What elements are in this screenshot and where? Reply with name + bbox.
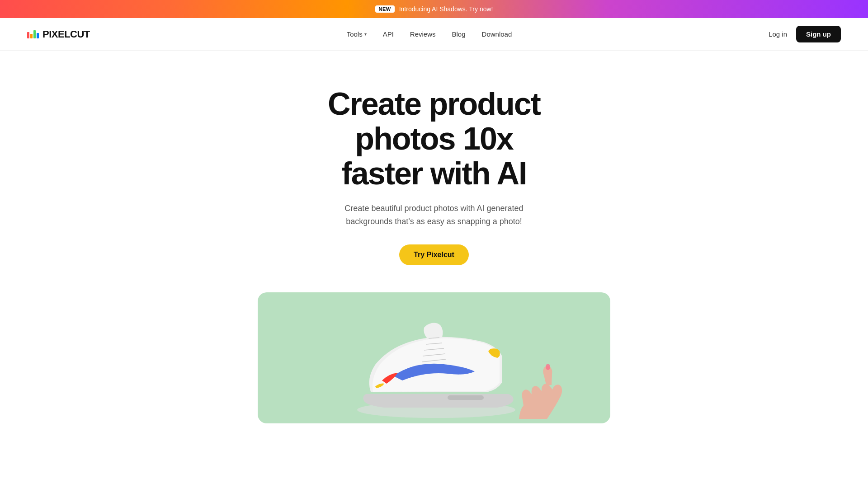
navbar: PIXELCUT Tools ▾ API Reviews Blog Downlo…: [0, 18, 868, 51]
nav-actions: Log in Sign up: [769, 26, 841, 42]
try-pixelcut-button[interactable]: Try Pixelcut: [399, 244, 469, 265]
nav-item-blog[interactable]: Blog: [452, 30, 466, 38]
login-button[interactable]: Log in: [769, 30, 787, 38]
nav-item-tools[interactable]: Tools ▾: [347, 30, 367, 38]
hero-title: Create product photos 10x faster with AI: [276, 87, 592, 191]
logo-text: PIXELCUT: [42, 28, 90, 40]
svg-rect-6: [448, 395, 484, 400]
announcement-text: Introducing AI Shadows. Try now!: [399, 5, 493, 13]
logo-bars: [27, 30, 39, 38]
hero-section: Create product photos 10x faster with AI…: [0, 51, 868, 292]
showcase-image: [258, 292, 610, 423]
nav-links: Tools ▾ API Reviews Blog Download: [347, 30, 512, 38]
hero-subtitle: Create beautiful product photos with AI …: [321, 202, 547, 228]
nav-item-api[interactable]: API: [383, 30, 394, 38]
showcase-container: [258, 292, 610, 423]
announcement-badge: NEW: [375, 5, 395, 13]
chevron-down-icon: ▾: [364, 32, 367, 37]
product-showcase: [0, 292, 868, 423]
nav-item-reviews[interactable]: Reviews: [410, 30, 436, 38]
svg-point-7: [546, 364, 550, 370]
signup-button[interactable]: Sign up: [796, 26, 841, 42]
nav-item-download[interactable]: Download: [482, 30, 512, 38]
logo[interactable]: PIXELCUT: [27, 28, 90, 40]
announcement-banner[interactable]: NEW Introducing AI Shadows. Try now!: [0, 0, 868, 18]
